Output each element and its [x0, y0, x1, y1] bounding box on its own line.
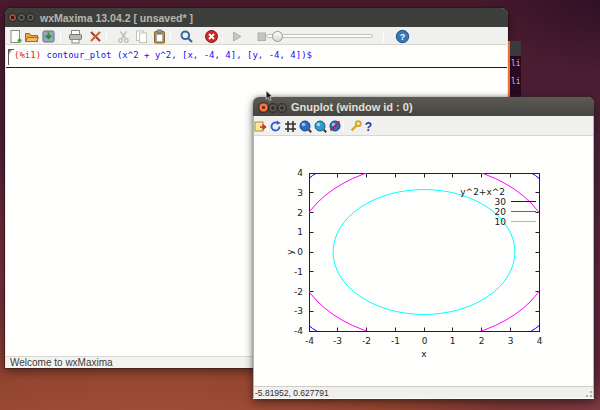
find-icon[interactable] [179, 29, 194, 44]
gnuplot-canvas[interactable]: -4-3-2-101234-4-3-2-101234xyy^2+x^230201… [253, 136, 594, 385]
animation-slider-handle[interactable] [272, 31, 283, 42]
window-border-left [253, 116, 254, 399]
play-icon[interactable] [229, 29, 244, 44]
svg-text:-1: -1 [391, 336, 400, 346]
window-border-left [5, 27, 6, 368]
print-icon[interactable] [68, 29, 83, 44]
svg-text:-4: -4 [305, 336, 314, 346]
gnuplot-toolbar: ? [253, 116, 594, 136]
svg-text:1: 1 [297, 227, 303, 237]
wxmaxima-titlebar[interactable]: wxMaxima 13.04.2 [ unsaved* ] [5, 8, 508, 27]
toolbar-separator [343, 121, 344, 132]
interrupt-icon[interactable] [204, 29, 219, 44]
resize-grip[interactable] [585, 390, 593, 398]
toolbar-separator [60, 31, 61, 42]
wxmaxima-toolbar: ? [5, 27, 508, 45]
svg-text:-2: -2 [362, 336, 371, 346]
terminal-titlebar [510, 41, 521, 56]
new-document-icon[interactable] [8, 29, 23, 44]
zoom-previous-icon[interactable] [298, 119, 313, 134]
input-prompt: (%i1) [14, 50, 41, 60]
terminal-line: li [511, 77, 521, 86]
input-cell[interactable]: (%i1) contour_plot (x^2 + y^2, [x, -4, 4… [14, 50, 312, 60]
wxmaxima-window-title: wxMaxima 13.04.2 [ unsaved* ] [40, 8, 193, 27]
svg-text:-1: -1 [294, 267, 303, 277]
svg-text:30: 30 [495, 197, 507, 207]
paste-icon[interactable] [152, 29, 167, 44]
gnuplot-titlebar[interactable]: Gnuplot (window id : 0) [253, 97, 594, 116]
save-icon[interactable] [41, 29, 56, 44]
replot-icon[interactable] [268, 119, 283, 134]
copy-icon[interactable] [134, 29, 149, 44]
contour-plot: -4-3-2-101234-4-3-2-101234xyy^2+x^230201… [253, 136, 594, 385]
maximize-button[interactable] [278, 104, 286, 112]
svg-text:y^2+x^2: y^2+x^2 [460, 187, 505, 197]
minimize-button[interactable] [269, 104, 277, 112]
maximize-button[interactable] [27, 14, 34, 21]
window-border-right [593, 116, 594, 399]
cell-cursor-line [6, 67, 507, 68]
help-icon[interactable]: ? [361, 119, 376, 134]
svg-text:y: y [285, 249, 295, 255]
svg-text:4: 4 [297, 168, 303, 178]
svg-text:0: 0 [422, 336, 428, 346]
close-button[interactable] [9, 14, 16, 21]
open-folder-icon[interactable] [24, 29, 39, 44]
terminal-line: li [511, 59, 521, 68]
gnuplot-window: Gnuplot (window id : 0) ? -4-3-2-101234-… [253, 97, 594, 399]
mouse-cursor [265, 90, 274, 102]
svg-text:?: ? [364, 120, 371, 134]
gnuplot-window-title: Gnuplot (window id : 0) [291, 97, 413, 116]
input-code[interactable]: contour_plot (x^2 + y^2, [x, -4, 4], [y,… [41, 50, 312, 60]
window-border-bottom [253, 398, 594, 399]
terminal-window[interactable]: li li [508, 41, 521, 97]
svg-text:-3: -3 [333, 336, 342, 346]
svg-text:3: 3 [297, 188, 303, 198]
svg-text:0: 0 [297, 247, 303, 257]
svg-text:-4: -4 [294, 326, 303, 336]
configure-icon[interactable] [88, 29, 103, 44]
cut-icon[interactable] [116, 29, 131, 44]
svg-text:-2: -2 [294, 287, 303, 297]
svg-text:1: 1 [450, 336, 456, 346]
minimize-button[interactable] [18, 14, 25, 21]
svg-text:2: 2 [479, 336, 485, 346]
svg-text:-3: -3 [294, 306, 303, 316]
svg-text:x: x [421, 349, 427, 359]
svg-text:10: 10 [495, 217, 507, 227]
svg-text:?: ? [400, 32, 406, 42]
close-button[interactable] [259, 103, 268, 112]
wxmaxima-status-text: Welcome to wxMaxima [10, 357, 113, 368]
svg-text:20: 20 [495, 207, 507, 217]
toolbar-separator [170, 31, 171, 42]
help-icon[interactable]: ? [395, 29, 410, 44]
zoom-next-icon[interactable] [313, 119, 328, 134]
toolbar-separator [383, 31, 384, 42]
toolbar-separator [222, 31, 223, 42]
toolbar-separator [106, 31, 107, 42]
gnuplot-coordinates: -5.81952, 0.627791 [255, 388, 329, 398]
svg-text:4: 4 [537, 336, 543, 346]
grid-icon[interactable] [283, 119, 298, 134]
svg-text:2: 2 [297, 208, 303, 218]
autoscale-icon[interactable] [328, 119, 343, 134]
animation-slider[interactable] [266, 34, 373, 38]
svg-text:3: 3 [508, 336, 514, 346]
